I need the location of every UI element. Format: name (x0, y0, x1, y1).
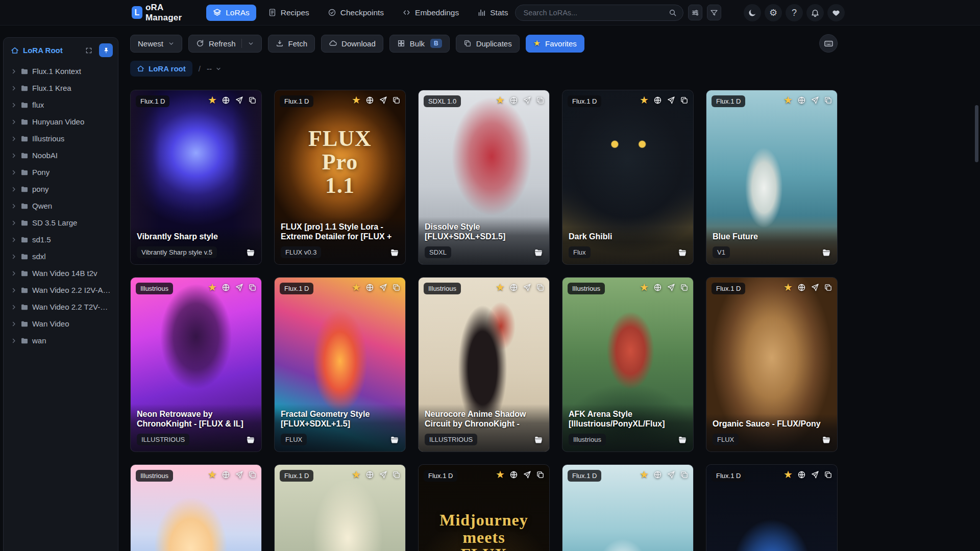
nav-tab-loras[interactable]: LoRAs (206, 5, 256, 21)
send-icon[interactable] (811, 96, 819, 105)
lora-card[interactable]: FLUX Pro 1.1 Flux.1 D ★ FLUX [pro] 1.1 S… (274, 90, 406, 265)
help-button[interactable]: ? (786, 4, 803, 21)
lora-card[interactable]: Midjourney meets FLUX Flux.1 D ★ (418, 464, 550, 551)
pin-button[interactable] (99, 43, 113, 57)
sidebar-folder-item[interactable]: SD 3.5 Large (7, 214, 115, 231)
send-icon[interactable] (667, 283, 675, 292)
favorites-filter-button[interactable]: ★ Favorites (526, 35, 584, 53)
copy-icon[interactable] (248, 96, 257, 105)
lora-card[interactable]: Flux.1 D ★ Vibrantly Sharp style Vibrant… (130, 90, 262, 265)
globe-icon[interactable] (222, 96, 230, 105)
globe-icon[interactable] (653, 283, 662, 292)
folder-open-icon[interactable] (678, 248, 687, 257)
copy-icon[interactable] (248, 470, 257, 479)
lora-card[interactable]: Flux.1 D ★ (706, 464, 838, 551)
nav-tab-stats[interactable]: Stats (471, 5, 514, 21)
globe-icon[interactable] (797, 283, 806, 292)
globe-icon[interactable] (509, 470, 518, 479)
nav-tab-checkpoints[interactable]: Checkpoints (321, 5, 390, 21)
breadcrumb-root[interactable]: LoRA root (130, 61, 192, 77)
copy-icon[interactable] (824, 96, 832, 105)
sidebar-folder-item[interactable]: Wan Video (7, 315, 115, 332)
sidebar-folder-item[interactable]: Pony (7, 164, 115, 181)
lora-card[interactable]: Flux.1 D ★ (562, 464, 694, 551)
folder-open-icon[interactable] (534, 435, 543, 444)
globe-icon[interactable] (365, 283, 374, 292)
globe-icon[interactable] (797, 96, 806, 105)
favorite-star-icon[interactable]: ★ (496, 95, 505, 105)
duplicates-button[interactable]: Duplicates (456, 35, 520, 53)
download-button[interactable]: Download (321, 35, 383, 53)
copy-icon[interactable] (536, 96, 545, 105)
sort-select[interactable]: Newest (130, 35, 182, 53)
copy-icon[interactable] (248, 283, 257, 292)
send-icon[interactable] (235, 96, 243, 105)
sidebar-folder-item[interactable]: wan (7, 332, 115, 349)
settings-button[interactable]: ⚙ (765, 4, 782, 21)
lora-card[interactable]: Flux.1 D ★ Dark Ghibli Flux (562, 90, 694, 265)
folder-open-icon[interactable] (390, 435, 399, 444)
sidebar-folder-item[interactable]: Flux.1 Krea (7, 80, 115, 96)
send-icon[interactable] (379, 470, 387, 479)
send-icon[interactable] (523, 96, 531, 105)
sidebar-folder-item[interactable]: Flux.1 Kontext (7, 63, 115, 80)
sidebar-folder-item[interactable]: Illustrious (7, 130, 115, 147)
refresh-button[interactable]: Refresh (188, 35, 262, 53)
copy-icon[interactable] (680, 283, 689, 292)
favorite-star-icon[interactable]: ★ (640, 469, 649, 480)
favorite-star-icon[interactable]: ★ (352, 282, 361, 292)
copy-icon[interactable] (824, 283, 832, 292)
breadcrumb-folder-select[interactable]: -- (207, 64, 222, 73)
search-settings-button[interactable] (688, 5, 702, 20)
collapse-all-button[interactable] (83, 44, 95, 57)
copy-icon[interactable] (392, 470, 401, 479)
notifications-button[interactable] (806, 4, 824, 21)
copy-icon[interactable] (680, 96, 689, 105)
lora-card[interactable]: Flux.1 D ★ (274, 464, 406, 551)
copy-icon[interactable] (392, 283, 401, 292)
globe-icon[interactable] (222, 283, 230, 292)
send-icon[interactable] (667, 470, 675, 479)
folder-open-icon[interactable] (390, 248, 399, 257)
lora-card[interactable]: Illustrious ★ Neon Retrowave by ChronoKn… (130, 277, 262, 452)
sidebar-folder-item[interactable]: Wan Video 2.2 T2V-A14B (7, 298, 115, 315)
favorite-star-icon[interactable]: ★ (208, 95, 217, 105)
search-input[interactable] (515, 5, 683, 21)
scrollbar-thumb[interactable] (975, 105, 978, 162)
lora-card[interactable]: Flux.1 D ★ Blue Future V1 (706, 90, 838, 265)
send-icon[interactable] (235, 470, 243, 479)
favorite-star-icon[interactable]: ★ (640, 95, 649, 105)
folder-open-icon[interactable] (534, 248, 543, 257)
copy-icon[interactable] (536, 283, 545, 292)
globe-icon[interactable] (365, 96, 374, 105)
folder-open-icon[interactable] (822, 248, 831, 257)
lora-card[interactable]: Illustrious ★ Neurocore Anime Shadow Cir… (418, 277, 550, 452)
bulk-button[interactable]: Bulk B (389, 35, 450, 53)
lora-card[interactable]: Flux.1 D ★ Fractal Geometry Style [FLUX+… (274, 277, 406, 452)
lora-card[interactable]: Illustrious ★ (130, 464, 262, 551)
copy-icon[interactable] (680, 470, 689, 479)
folder-open-icon[interactable] (246, 248, 255, 257)
sidebar-folder-item[interactable]: pony (7, 181, 115, 197)
send-icon[interactable] (667, 96, 675, 105)
favorite-star-icon[interactable]: ★ (352, 95, 361, 105)
send-icon[interactable] (523, 470, 531, 479)
globe-icon[interactable] (653, 96, 662, 105)
favorite-star-icon[interactable]: ★ (208, 282, 217, 292)
send-icon[interactable] (379, 283, 387, 292)
sidebar-folder-item[interactable]: Hunyuan Video (7, 113, 115, 130)
lora-card[interactable]: Flux.1 D ★ Organic Sauce - FLUX/Pony FLU… (706, 277, 838, 452)
sidebar-folder-item[interactable]: flux (7, 96, 115, 113)
nav-tab-embeddings[interactable]: Embeddings (396, 5, 465, 21)
send-icon[interactable] (379, 96, 387, 105)
lora-card[interactable]: SDXL 1.0 ★ Dissolve Style [FLUX+SDXL+SD1… (418, 90, 550, 265)
favorite-star-icon[interactable]: ★ (352, 469, 361, 480)
favorite-star-icon[interactable]: ★ (783, 95, 793, 105)
favorite-star-icon[interactable]: ★ (783, 282, 793, 292)
favorite-star-icon[interactable]: ★ (640, 282, 649, 292)
folder-open-icon[interactable] (678, 435, 687, 444)
fetch-button[interactable]: Fetch (268, 35, 315, 53)
sidebar-folder-item[interactable]: Qwen (7, 197, 115, 214)
sidebar-root-item[interactable]: LoRA Root (11, 46, 79, 55)
sidebar-folder-item[interactable]: sd1.5 (7, 231, 115, 248)
